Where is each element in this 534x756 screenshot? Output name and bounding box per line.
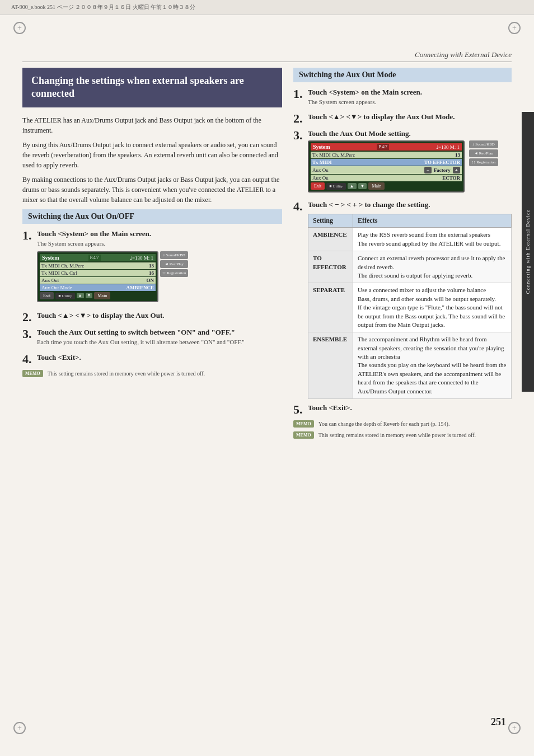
- screen-row-1-2: Tx MIDI Ch. Ctrl 16: [40, 270, 156, 276]
- mode-step-num-3: 3.: [293, 129, 303, 142]
- setting-effector: TOEFFECTOR: [308, 251, 353, 283]
- mode-step-4: 4. Touch < − > < + > to change the setti…: [293, 200, 512, 399]
- mode-step-num-1: 1.: [293, 88, 303, 100]
- sidebar-right-text: Connecting with External Device: [525, 209, 531, 294]
- mode-step-num-2: 2.: [293, 112, 303, 125]
- sound-kbd-btn[interactable]: ♪ Sound/KBD: [160, 251, 188, 259]
- content-area: Changing the settings when external spea…: [0, 62, 534, 457]
- screen-mockup-1: System P.4/7 ♩=130 M: 1 Tx MIDI Ch. M.Pe…: [37, 251, 188, 302]
- aux-mode-section: Switching the Aux Out Mode 1. Touch <Sys…: [293, 68, 512, 439]
- mode-step-2: 2. Touch <▲> <▼> to display the Aux Out …: [293, 112, 512, 125]
- screen-r2-1: Tx MIDI Ch. M.Perc 13: [311, 152, 462, 158]
- screen-main-1: System P.4/7 ♩=130 M: 1 Tx MIDI Ch. M.Pe…: [37, 251, 158, 302]
- step-num-2: 2.: [22, 311, 32, 323]
- col-setting: Setting: [308, 214, 353, 228]
- mode-step-5-content: Touch <Exit>.: [308, 403, 512, 414]
- effects-ambience: Play the RSS reverb sound from the exter…: [353, 228, 512, 251]
- main-section-box: Changing the settings when external spea…: [22, 68, 282, 107]
- corner-tl: [11, 20, 28, 36]
- step-1-desc: The System screen appears.: [37, 240, 282, 248]
- rec-play-btn[interactable]: ◄ Rec/Play: [160, 260, 188, 268]
- mode-step-num-4: 4.: [293, 200, 303, 213]
- screen-bottom-1: Exit ■ Utility ▲ ▼ Main: [40, 292, 156, 299]
- screen-title-2: System: [313, 144, 330, 150]
- memo-text-2: You can change the depth of Reverb for e…: [318, 420, 450, 428]
- memo-box-2: MEMO You can change the depth of Reverb …: [293, 420, 512, 428]
- step-1-title: Touch <System> on the Main screen.: [37, 229, 282, 238]
- aux-on-off-section: Switching the Aux Out On/OFF 1. Touch <S…: [22, 209, 282, 378]
- table-row: SEPARATE Use a connected mixer to adjust…: [308, 283, 512, 332]
- aux-step-3: 3. Touch the Aux Out setting to switch b…: [22, 328, 282, 348]
- step-3-desc: Each time you touch the Aux Out setting,…: [37, 338, 282, 346]
- mode-step-1-title: Touch <System> on the Main screen.: [308, 88, 512, 97]
- main-btn-1[interactable]: Main: [94, 292, 110, 299]
- intro-text-1: The ATELIER has an Aux/Drums Output jack…: [22, 115, 282, 135]
- step-3-content: Touch the Aux Out setting to switch betw…: [37, 328, 282, 348]
- screen-badge-2: P.4/7: [377, 144, 389, 150]
- screen-row-1-3: Aux Out ON: [40, 277, 156, 284]
- sound-kbd-btn-2[interactable]: ♪ Sound/KBD: [469, 140, 498, 148]
- step-4-content: Touch <Exit>.: [37, 353, 282, 363]
- table-row: TOEFFECTOR Connect an external reverb pr…: [308, 251, 512, 283]
- step-num-4: 4.: [22, 353, 32, 365]
- screen-row-1-4: Aux Out Mode AMBIENCE: [40, 284, 156, 291]
- intro-text-2: By using this Aux/Drums Output jack to c…: [22, 140, 282, 170]
- mode-step-4-title: Touch < − > < + > to change the setting.: [308, 200, 512, 209]
- mode-step-3: 3. Touch the Aux Out Mode setting. Syste…: [293, 129, 512, 196]
- screen-titlebar-2: System P.4/7 ♩=130 M: 1: [311, 143, 462, 151]
- memo-box-1: MEMO This setting remains stored in memo…: [22, 370, 282, 378]
- down-arrow-1[interactable]: ▼: [86, 293, 93, 298]
- screen-r2-4: Aux Ou ECTOR: [311, 175, 462, 181]
- aux-step-1: 1. Touch <System> on the Main screen. Th…: [22, 229, 282, 307]
- screen-bottom-2: Exit ■ Utility ▲ ▼ Main: [311, 182, 462, 190]
- exit-btn-2[interactable]: Exit: [311, 182, 325, 190]
- up-arrow-1[interactable]: ▲: [77, 293, 84, 298]
- file-info: AT-900_e.book 251 ページ ２００８年９月１６日 火曜日 午前１…: [11, 3, 195, 11]
- effects-effector: Connect an external reverb processor and…: [353, 251, 512, 283]
- registration-btn[interactable]: ↕↕ Registration: [160, 269, 188, 277]
- effects-ensemble: The accompaniment and Rhythm will be hea…: [353, 332, 512, 399]
- step-2-content: Touch <▲> <▼> to display the Aux Out.: [37, 311, 282, 321]
- utility-btn-2[interactable]: ■ Utility: [326, 183, 345, 190]
- mode-step-3-title: Touch the Aux Out Mode setting.: [308, 129, 512, 138]
- mode-step-4-content: Touch < − > < + > to change the setting.…: [308, 200, 512, 399]
- step-num-3: 3.: [22, 328, 32, 340]
- exit-btn-1[interactable]: Exit: [40, 292, 54, 299]
- aux-step-2: 2. Touch <▲> <▼> to display the Aux Out.: [22, 311, 282, 323]
- table-row: AMBIENCE Play the RSS reverb sound from …: [308, 228, 512, 251]
- registration-btn-2[interactable]: ↕↕ Registration: [469, 158, 498, 166]
- screen-indicator-2: ♩=130 M: 1: [436, 144, 460, 150]
- setting-ensemble: ENSEMBLE: [308, 332, 353, 399]
- utility-btn-1[interactable]: ■ Utility: [55, 293, 74, 299]
- page-number: 251: [491, 716, 506, 728]
- sidebar-right: Connecting with External Device: [522, 112, 534, 392]
- setting-separate: SEPARATE: [308, 283, 353, 332]
- up-arr-2[interactable]: ▲: [348, 183, 357, 189]
- page-header-title: Connecting with External Device: [415, 50, 512, 59]
- rec-play-btn-2[interactable]: ◄ Rec/Play: [469, 149, 498, 157]
- memo-text-1: This setting remains stored in memory ev…: [48, 370, 205, 378]
- main-btn-2[interactable]: Main: [368, 182, 385, 190]
- aux-step-4: 4. Touch <Exit>.: [22, 353, 282, 365]
- mode-step-num-5: 5.: [293, 403, 303, 416]
- memo-icon-2: MEMO: [293, 420, 314, 428]
- mode-step-5: 5. Touch <Exit>.: [293, 403, 512, 416]
- setting-ambience: AMBIENCE: [308, 228, 353, 251]
- screen-titlebar-1: System P.4/7 ♩=130 M: 1: [40, 254, 156, 261]
- screen-title-1: System: [42, 255, 59, 261]
- mode-step-1-desc: The System screen appears.: [308, 98, 512, 106]
- step-num-1: 1.: [22, 229, 32, 242]
- step-2-title: Touch <▲> <▼> to display the Aux Out.: [37, 311, 282, 320]
- dn-arr-2[interactable]: ▼: [358, 183, 367, 189]
- aux-mode-heading: Switching the Aux Out Mode: [293, 68, 512, 82]
- memo-text-3: This setting remains stored in memory ev…: [318, 431, 476, 439]
- step-4-title: Touch <Exit>.: [37, 353, 282, 362]
- col-effects: Effects: [353, 214, 512, 228]
- step-1-content: Touch <System> on the Main screen. The S…: [37, 229, 282, 307]
- screen-side-1: ♪ Sound/KBD ◄ Rec/Play ↕↕ Registration: [160, 251, 188, 302]
- mode-step-2-content: Touch <▲> <▼> to display the Aux Out Mod…: [308, 112, 512, 123]
- corner-bl: [11, 720, 28, 736]
- screen-r2-2: Tx MIDI TO EFFECTOR: [311, 159, 462, 166]
- effects-table: Setting Effects AMBIENCE Play the RSS re…: [308, 214, 512, 399]
- mode-step-3-content: Touch the Aux Out Mode setting. System P…: [308, 129, 512, 196]
